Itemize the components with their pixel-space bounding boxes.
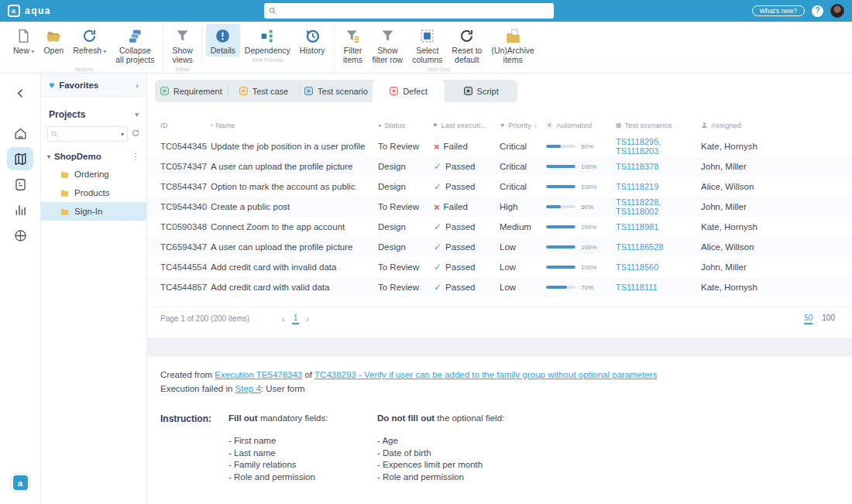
- cell-assigned: John, Miller: [701, 262, 852, 272]
- chevron-down-icon[interactable]: ▾: [47, 153, 50, 160]
- rail-item-chart[interactable]: [7, 198, 33, 221]
- cell-name: Add credit card with invalid data: [211, 262, 378, 272]
- execution-link[interactable]: Execution TE5478343: [215, 370, 302, 379]
- rail-item-home[interactable]: [7, 122, 33, 145]
- un-archive-items-button[interactable]: (Un)Archive items: [486, 24, 538, 66]
- tree-node-shopdemo[interactable]: ▾ ShopDemo ⋮: [41, 142, 146, 165]
- cell-test-scenarios[interactable]: TS1118111: [616, 283, 701, 292]
- table-row[interactable]: TC0590348Connect Zoom to the app account…: [147, 217, 852, 237]
- chevron-down-icon: ▾: [101, 48, 106, 55]
- page-size-50[interactable]: 50: [804, 314, 812, 324]
- tab-label: Test scenario: [318, 87, 368, 96]
- execution-label: Failed: [444, 142, 468, 151]
- rail-item-report[interactable]: [7, 173, 33, 196]
- chevron-down-icon[interactable]: ▾: [121, 131, 124, 138]
- created-from-prefix: Created from: [160, 370, 215, 379]
- projects-header[interactable]: Projects ▾: [41, 97, 146, 126]
- passed-icon: ✓: [434, 222, 441, 231]
- column-header-test-scenarios[interactable]: ▦Test scenarios: [616, 121, 701, 129]
- global-search[interactable]: [264, 3, 554, 19]
- table-row[interactable]: TC8544347Option to mark the account as p…: [147, 177, 852, 197]
- column-header-id[interactable]: ID: [160, 121, 211, 129]
- cell-assigned: Alice, Willson: [701, 242, 852, 252]
- cell-test-scenarios[interactable]: TS1118219: [616, 182, 701, 191]
- table-row[interactable]: TC0544345Update the job position in a us…: [147, 136, 852, 156]
- progress-fill: [546, 266, 575, 269]
- column-header-automated[interactable]: Automated: [546, 121, 616, 129]
- avatar[interactable]: [830, 4, 844, 18]
- mandatory-fields-list: - First name- Last name- Family relation…: [228, 435, 377, 483]
- cell-status: To Review: [378, 202, 434, 211]
- tab-requirement[interactable]: Requirement: [155, 80, 228, 102]
- reset-to-default-button[interactable]: Reset to default: [447, 24, 486, 66]
- toolbar-button-label: Details: [211, 46, 235, 55]
- column-header-assigned[interactable]: Assigned: [701, 121, 852, 129]
- filter-items-button[interactable]: Filter items: [338, 24, 368, 66]
- favorites-row[interactable]: ♥ Favorites ›: [41, 74, 146, 97]
- rail-item-grid[interactable]: [7, 224, 33, 247]
- list-item: - Last name: [228, 447, 377, 460]
- table-row[interactable]: TC4544554Add credit card with invalid da…: [147, 257, 852, 277]
- column-header-priority[interactable]: ★Priority↓: [500, 121, 546, 129]
- tab-test-case[interactable]: Test case: [228, 80, 301, 102]
- progress-bar: [546, 185, 575, 188]
- column-header-name[interactable]: ▪Name: [211, 121, 378, 129]
- details-button[interactable]: Details: [206, 24, 240, 57]
- page-size-100[interactable]: 100: [822, 314, 835, 324]
- next-page-button[interactable]: ›: [306, 314, 309, 324]
- toolbar-button-label: Dependency: [245, 46, 290, 55]
- tab-test-scenario[interactable]: Test scenario: [300, 80, 373, 102]
- collapse-all-projects-button[interactable]: Collapse all projects: [111, 24, 159, 66]
- tree-item-ordering[interactable]: Ordering: [41, 165, 146, 183]
- tree-item-sign-in[interactable]: Sign-In: [41, 202, 146, 221]
- prev-page-button[interactable]: ‹: [282, 314, 285, 324]
- table-row[interactable]: TC6594347A user can upload the profile p…: [147, 237, 852, 257]
- toolbar-group-actions: New ▾OpenRefresh ▾Collapse all projectsA…: [5, 24, 163, 74]
- cell-priority: Medium: [500, 222, 546, 231]
- sidebar: ♥ Favorites › Projects ▾ ▾ ▾ ShopDemo ⋮ …: [41, 74, 147, 504]
- section-divider: [147, 338, 852, 357]
- cell-test-scenarios[interactable]: TS1118981: [616, 222, 701, 231]
- cell-test-scenarios[interactable]: TS1118295, TS1118203: [616, 137, 701, 156]
- dependency-button[interactable]: Dependency: [240, 24, 295, 57]
- project-search-input[interactable]: [60, 130, 119, 139]
- rail-item-map[interactable]: [7, 147, 33, 170]
- cell-test-scenarios[interactable]: TS11186528: [616, 242, 701, 252]
- show-filter-row-button[interactable]: Show filter row: [368, 24, 408, 66]
- select-columns-button[interactable]: Select columns: [407, 24, 447, 66]
- page-number[interactable]: 1: [292, 314, 300, 324]
- tab-defect[interactable]: Defect: [373, 80, 445, 102]
- table-row[interactable]: TC0574347A user can upload the profile p…: [147, 156, 852, 177]
- column-header-last-executi[interactable]: ▶Last executi...: [434, 121, 500, 129]
- open-button[interactable]: Open: [39, 24, 68, 66]
- cell-priority: Low: [500, 242, 546, 252]
- cell-test-scenarios[interactable]: TS1118228, TS1118002: [616, 197, 701, 216]
- testcase-link[interactable]: TC438293 - Verify if user can be added t…: [314, 370, 657, 379]
- table-row[interactable]: TC4544857Add credit card with valid data…: [147, 277, 852, 297]
- cell-test-scenarios[interactable]: TS1118560: [616, 262, 701, 272]
- show-views-button[interactable]: Show views: [167, 24, 197, 66]
- whats-new-button[interactable]: What's new?: [752, 5, 805, 17]
- cell-test-scenarios[interactable]: TS1118378: [616, 162, 701, 171]
- history-button[interactable]: History: [295, 24, 330, 57]
- step-link[interactable]: Step 4: [235, 384, 261, 393]
- gridglyph-icon: ▦: [616, 122, 622, 129]
- global-search-input[interactable]: [280, 7, 549, 15]
- tree-item-products[interactable]: Products: [41, 183, 146, 202]
- refresh-tree-button[interactable]: [131, 129, 140, 139]
- refresh-button[interactable]: Refresh ▾: [68, 24, 111, 66]
- passed-icon: ✓: [434, 182, 441, 191]
- toolbar-group-caption: Actions: [5, 67, 163, 72]
- new-button[interactable]: New ▾: [9, 24, 39, 66]
- table-row[interactable]: TC9544340Create a public postTo Review×F…: [147, 197, 852, 217]
- rail-item-chevron-left[interactable]: [7, 81, 33, 105]
- tree-item-label: Ordering: [74, 170, 109, 179]
- cell-assigned: Kate, Hornysh: [701, 142, 852, 151]
- help-button[interactable]: ?: [812, 5, 823, 17]
- column-header-status[interactable]: ●Status: [378, 121, 434, 129]
- kebab-menu-icon[interactable]: ⋮: [132, 151, 141, 162]
- passed-icon: ✓: [434, 162, 441, 171]
- project-search[interactable]: ▾: [47, 126, 128, 142]
- tab-script[interactable]: Script: [445, 80, 517, 102]
- column-header-label: ID: [160, 121, 168, 129]
